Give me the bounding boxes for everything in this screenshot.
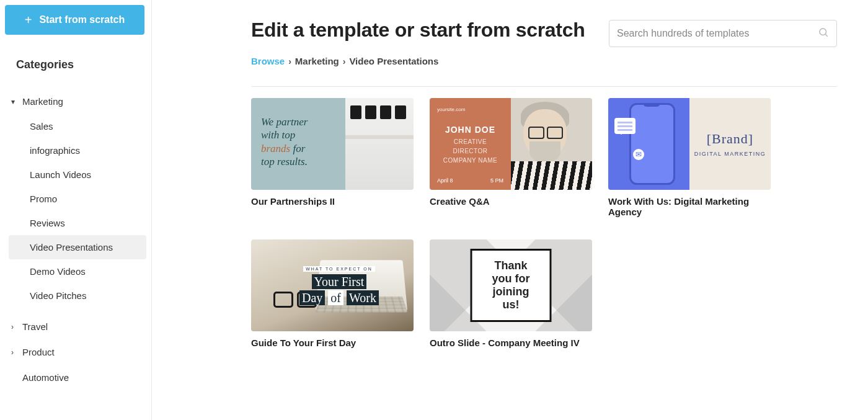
breadcrumb-current: Video Presentations [349,56,438,66]
categories-heading: Categories [5,53,146,76]
template-title: Outro Slide - Company Meeting IV [430,337,592,348]
plus-icon: + [25,14,32,26]
breadcrumb: Browse › Marketing › Video Presentations [251,56,837,66]
template-thumbnail: yoursite.com JOHN DOE CREATIVE DIRECTOR … [430,98,592,190]
template-thumbnail: WHAT TO EXPECT ON Your First Day of Work [251,239,414,331]
start-label: Start from scratch [39,14,125,25]
category-automotive[interactable]: › Automotive [5,365,146,390]
template-thumbnail: ✉ [Brand] DIGITAL MARKETING [608,98,771,190]
breadcrumb-marketing[interactable]: Marketing [295,56,339,66]
category-product[interactable]: › Product [5,339,146,365]
template-title: Work With Us: Digital Marketing Agency [608,196,771,217]
template-thumbnail: We partner with top brands for top resul… [251,98,414,190]
page-title: Edit a template or start from scratch [251,19,585,42]
category-label: Travel [22,321,48,332]
breadcrumb-browse[interactable]: Browse [251,56,285,66]
marketing-subcategories: Sales infographics Launch Videos Promo R… [5,114,146,308]
subcategory-video-presentations[interactable]: Video Presentations [9,235,146,259]
chevron-right-icon: › [288,56,291,66]
template-card[interactable]: Thank you for joining us! Outro Slide - … [430,239,592,348]
search-input[interactable] [617,28,818,39]
search-icon [818,27,829,40]
subcategory-demo-videos[interactable]: Demo Videos [9,259,146,284]
chevron-right-icon: › [11,348,22,357]
category-travel[interactable]: › Travel [5,314,146,339]
sidebar: + Start from scratch Categories ▾ Market… [0,0,152,420]
template-title: Our Partnerships II [251,196,414,207]
chevron-right-icon: › [343,56,346,66]
main-content: Edit a template or start from scratch Br… [152,0,868,420]
template-title: Creative Q&A [430,196,592,207]
search-field-wrap[interactable] [609,20,837,47]
chevron-right-icon: › [11,323,22,331]
chevron-down-icon: ▾ [11,97,22,106]
start-from-scratch-button[interactable]: + Start from scratch [5,5,144,35]
svg-point-0 [820,29,826,35]
template-card[interactable]: WHAT TO EXPECT ON Your First Day of Work… [251,239,414,348]
svg-line-1 [825,34,827,36]
template-grid: We partner with top brands for top resul… [251,98,837,348]
template-thumbnail: Thank you for joining us! [430,239,592,331]
subcategory-video-pitches[interactable]: Video Pitches [9,284,146,308]
template-card[interactable]: ✉ [Brand] DIGITAL MARKETING Work With Us… [608,98,771,217]
template-card[interactable]: yoursite.com JOHN DOE CREATIVE DIRECTOR … [430,98,592,217]
subcategory-sales[interactable]: Sales [9,114,146,138]
subcategory-reviews[interactable]: Reviews [9,211,146,235]
template-title: Guide To Your First Day [251,337,414,348]
divider [251,86,837,87]
header-row: Edit a template or start from scratch [251,19,837,47]
category-label: Automotive [22,372,69,383]
subcategory-launch-videos[interactable]: Launch Videos [9,163,146,187]
template-card[interactable]: We partner with top brands for top resul… [251,98,414,217]
category-label: Marketing [22,96,63,107]
category-label: Product [22,347,55,357]
category-marketing[interactable]: ▾ Marketing [5,89,146,114]
subcategory-promo[interactable]: Promo [9,187,146,211]
subcategory-infographics[interactable]: infographics [9,138,146,163]
